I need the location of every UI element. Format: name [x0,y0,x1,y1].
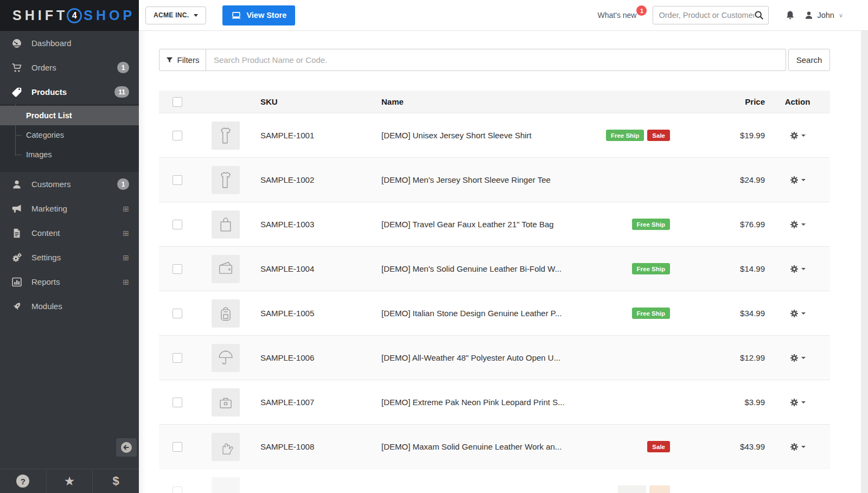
column-header-name[interactable]: Name [381,97,670,106]
sidebar-item-dashboard[interactable]: Dashboard [0,31,139,55]
badge-group: Sale [647,441,670,452]
product-name-link[interactable]: [DEMO] Men's Solid Genuine Leather Bi-Fo… [381,264,561,273]
filters-button[interactable]: Filters [159,49,206,71]
search-submit-button[interactable] [754,10,764,20]
product-name-link[interactable]: [DEMO] Unisex Jersey Short Sleeve Shirt [381,131,532,140]
favorites-button[interactable]: ★ [47,469,93,493]
column-header-price[interactable]: Price [670,97,765,106]
row-actions-button[interactable] [790,398,806,407]
free-ship-badge: Free Ship [632,263,670,274]
badge-group: Free ShipSale [606,130,670,141]
global-search-input[interactable] [659,11,754,20]
row-checkbox[interactable] [173,398,182,407]
sidebar-footer: ? ★ $ [0,469,139,493]
row-actions-button[interactable] [790,176,806,184]
sidebar-item-customers[interactable]: Customers1 [0,172,139,196]
notifications-button[interactable] [785,10,795,21]
sale-badge: Sale [647,441,670,452]
logo-text-shop: SHOP [84,8,135,23]
wallet-icon [215,258,237,280]
sidebar-item-modules[interactable]: Modules [0,294,139,318]
sidebar-item-label: Modules [31,302,62,311]
badge-group: Free Ship [632,263,670,274]
backpack-icon [215,303,237,324]
product-name-link[interactable]: [DEMO] Maxam Solid Genuine Leather Work … [381,442,561,451]
chevron-down-icon [194,14,198,17]
row-actions-button[interactable] [790,443,806,451]
topbar-right: What's new 1 John ∨ [598,6,843,24]
row-checkbox[interactable] [173,175,182,185]
billing-button[interactable]: $ [93,469,139,493]
sidebar-badge: 1 [117,62,129,73]
shift4shop-logo[interactable]: SHIFT 4 SHOP [0,0,139,31]
sidebar-item-reports[interactable]: Reports⊞ [0,270,139,294]
product-name-link[interactable]: [DEMO] All-Weather 48" Polyester Auto Op… [381,353,560,362]
help-button[interactable]: ? [0,469,47,493]
sidebar-item-settings[interactable]: Settings⊞ [0,245,139,270]
badge-group: Free Ship [632,219,670,230]
product-name-link[interactable]: [DEMO] Travel Gear Faux Leather 21" Tote… [381,220,554,229]
product-sku: SAMPLE-1004 [247,264,381,273]
user-avatar-icon [804,10,814,20]
view-store-button[interactable]: View Store [222,5,295,25]
rocket-icon [11,301,22,312]
chevron-down-icon [801,401,806,404]
sidebar-item-label: Products [31,87,67,97]
search-icon [754,10,764,20]
bag-icon [215,214,237,235]
products-submenu: Product ListCategoriesImages [0,104,139,172]
select-all-checkbox[interactable] [173,97,182,107]
megaphone-icon [11,203,22,214]
row-checkbox[interactable] [173,309,182,318]
product-price: $19.99 [670,131,765,140]
gauge-icon [11,38,22,49]
product-name-link[interactable]: [DEMO] Men's Jersey Short Sleeve Ringer … [381,175,551,184]
product-name-link[interactable]: [DEMO] Extreme Pak Neon Pink Leopard Pri… [381,398,565,407]
product-sku: SAMPLE-1003 [247,220,381,229]
tshirt-icon [215,125,237,146]
row-actions-button[interactable] [790,309,806,318]
submenu-item-categories[interactable]: Categories [0,125,139,145]
dollar-icon: $ [113,475,119,487]
scrollbar[interactable] [861,31,868,493]
row-checkbox[interactable] [173,486,182,493]
sidebar-item-content[interactable]: Content⊞ [0,221,139,245]
product-name-link[interactable]: [DEMO] Italian Stone Design Genuine Leat… [381,309,561,318]
row-checkbox[interactable] [173,220,182,229]
whats-new-link[interactable]: What's new 1 [598,11,637,20]
chevron-down-icon [801,446,806,448]
sidebar-item-marketing[interactable]: Marketing⊞ [0,196,139,221]
row-checkbox[interactable] [173,264,182,274]
row-checkbox[interactable] [173,442,182,452]
sidebar-item-orders[interactable]: Orders1 [0,55,139,80]
submenu-item-images[interactable]: Images [0,145,139,164]
row-actions-button[interactable] [790,354,806,362]
table-row: SAMPLE-1001[DEMO] Unisex Jersey Short Sl… [159,113,830,157]
free-ship-badge: Free Ship [632,219,670,230]
submenu-item-label: Categories [26,131,64,139]
product-thumbnail [212,121,240,150]
product-sku: SAMPLE-1002 [247,175,381,184]
column-header-sku[interactable]: SKU [247,97,381,106]
product-sku: SAMPLE-1007 [247,398,381,407]
sidebar-collapse-button[interactable] [116,438,137,457]
table-row-partial [159,469,830,493]
chevron-down-icon [801,268,806,270]
submenu-item-product-list[interactable]: Product List [0,106,139,125]
user-menu[interactable]: John ∨ [804,10,843,20]
sidebar-item-products[interactable]: Products11 [0,80,139,104]
row-checkbox[interactable] [173,353,182,363]
search-button[interactable]: Search [788,49,830,71]
row-checkbox[interactable] [173,131,182,140]
row-actions-button[interactable] [790,220,806,229]
whats-new-badge: 1 [636,5,647,16]
column-header-action: Action [765,97,830,106]
store-selector-button[interactable]: ACME INC. [145,7,206,24]
file-icon [11,228,22,239]
product-thumbnail [212,388,240,417]
product-search-input[interactable] [206,49,786,71]
row-actions-button[interactable] [790,131,806,140]
sidebar-nav: DashboardOrders1Products11Product ListCa… [0,31,139,318]
sidebar-item-label: Orders [31,63,56,72]
row-actions-button[interactable] [790,265,806,273]
